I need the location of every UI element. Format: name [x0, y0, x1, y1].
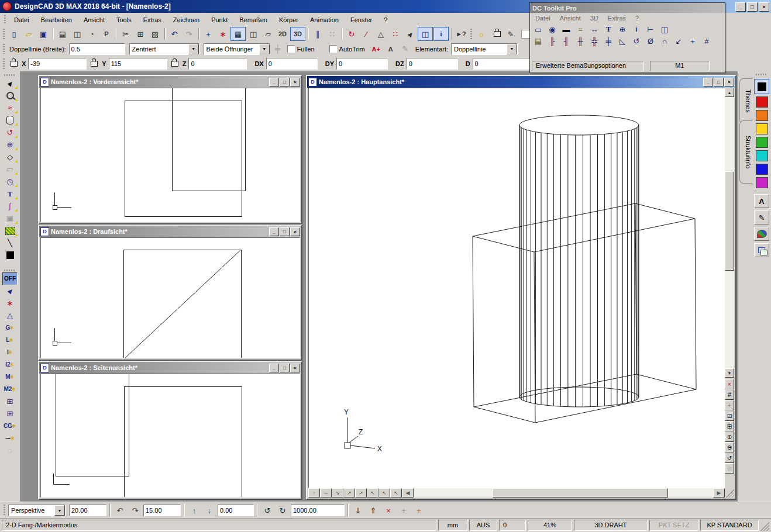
menu-datei[interactable]: Datei [9, 15, 35, 25]
camera-tilt-up-icon[interactable]: ↑ [187, 504, 201, 517]
angle-field[interactable] [143, 505, 181, 516]
tk-multidim-icon[interactable]: ╫ [574, 35, 587, 47]
minimize-button[interactable]: _ [269, 364, 279, 372]
vorderansicht-canvas[interactable] [40, 88, 300, 222]
maximize-button[interactable]: □ [280, 227, 290, 236]
tk-dim-t-icon[interactable]: ╬ [588, 35, 601, 47]
undo-icon[interactable]: ↶ [167, 27, 181, 40]
maximize-button[interactable]: □ [280, 364, 290, 372]
view-dir-se-button[interactable]: ↘ [332, 488, 343, 498]
toolkit-menu-3d[interactable]: 3D [586, 13, 603, 23]
paste-icon[interactable]: ▨ [148, 27, 162, 40]
line-snap-tool[interactable]: L∗ [2, 334, 18, 346]
tile-windows-icon[interactable]: ▦ [230, 27, 246, 41]
minimize-button[interactable]: _ [269, 227, 279, 236]
point-box2-snap-tool[interactable]: ⊞ [2, 407, 18, 420]
tab-strukturinfo[interactable]: Strukturinfo [739, 120, 752, 184]
camera-rotate-right-icon[interactable]: ↷ [128, 504, 142, 517]
seitenansicht-titlebar[interactable]: D Namenlos-2 : Seitenansicht* _ □ × [39, 362, 301, 374]
draufsicht-titlebar[interactable]: D Namenlos-2 : Draufsicht* _ □ × [39, 226, 301, 237]
minimize-button[interactable]: _ [735, 2, 746, 12]
curve-tool[interactable]: ∫ [2, 200, 18, 212]
toolbar-grip[interactable] [4, 74, 16, 76]
camera-tilt-down-icon[interactable]: ↓ [202, 504, 216, 517]
palette-button[interactable] [754, 227, 769, 241]
view-dir-nw3-button[interactable]: ↖ [390, 488, 402, 498]
grid-button[interactable]: # [725, 389, 734, 400]
zoom-previous-button[interactable]: ↺ [725, 452, 734, 463]
menu-zeichnen[interactable]: Zeichnen [168, 15, 205, 25]
rotate-tool[interactable]: ↺ [2, 126, 18, 139]
hauptansicht-canvas[interactable]: Y Z X [308, 88, 725, 488]
x-field[interactable] [28, 58, 87, 70]
dashed-line-tool[interactable]: ╲ [2, 237, 18, 249]
camera-reset-icon[interactable]: × [381, 504, 395, 517]
zoom-in-button[interactable]: ⊕ [725, 431, 734, 442]
point-box-snap-tool[interactable]: ⊞ [2, 395, 18, 407]
camera-lower-icon[interactable]: ⇓ [351, 504, 365, 517]
options-window-icon[interactable]: ◫ [418, 27, 433, 41]
resize-grip[interactable] [725, 488, 734, 498]
midpoint-snap-tool[interactable]: M∗ [2, 371, 18, 383]
font-increase-icon[interactable]: A+ [369, 43, 383, 56]
close-button[interactable]: × [724, 78, 734, 87]
fov-field[interactable] [69, 505, 106, 516]
toolkit-menu-extras[interactable]: Extras [604, 13, 630, 23]
cut-icon[interactable]: ✂ [119, 27, 133, 40]
menu-bearbeiten[interactable]: Bearbeiten [36, 15, 77, 25]
tk-crosshair-icon[interactable]: + [686, 35, 699, 47]
tk-properties-icon[interactable]: ▤ [532, 35, 545, 47]
page-zoom-icon[interactable]: ◔ [85, 27, 99, 40]
tk-arc-dim-icon[interactable]: ∩ [658, 35, 671, 47]
toolbar-grip[interactable] [470, 29, 472, 39]
zoom-close-button[interactable]: × [725, 379, 734, 389]
new-icon[interactable]: ▯ [7, 27, 21, 40]
delta-tool[interactable]: △ [2, 309, 18, 322]
move-point-icon[interactable]: + [201, 27, 215, 40]
close-button[interactable]: × [290, 364, 300, 372]
view-mode-combo[interactable]: Perspektive ▼ [8, 505, 66, 516]
camera-move-icon[interactable]: + [397, 504, 411, 517]
tk-dim-query-icon[interactable]: ⊢ [644, 23, 657, 35]
midpoint2-snap-tool[interactable]: M2∗ [2, 383, 18, 395]
print-preview-icon[interactable]: ◫ [70, 27, 84, 40]
tk-circle-dim-icon[interactable]: ↺ [630, 35, 643, 47]
parallel-icon[interactable]: ∥ [311, 27, 325, 40]
magic-wand-tool[interactable]: ∗ [2, 297, 18, 309]
view-dir-ne-button[interactable]: ↗ [343, 488, 355, 498]
layer-lock-icon[interactable] [489, 27, 503, 40]
tk-dim-t2-icon[interactable]: ╪ [602, 35, 615, 47]
font-icon[interactable]: A [384, 43, 398, 56]
menu-hilfe[interactable]: ? [378, 15, 393, 25]
dx-field[interactable] [266, 58, 318, 70]
curve-snap-tool[interactable]: ∼∗ [2, 432, 18, 444]
camera-roll-ccw-icon[interactable]: ↺ [260, 504, 274, 517]
pen-style-button[interactable]: ✎ [754, 210, 769, 224]
vertical-scroll-thumb[interactable] [725, 171, 734, 271]
layer-visibility-icon[interactable]: ☼ [474, 27, 488, 40]
grid-snap-icon[interactable]: ∷ [325, 27, 339, 40]
toolbar-grip[interactable] [3, 29, 5, 39]
z-field[interactable] [188, 58, 247, 70]
arrange-windows-icon[interactable]: ▱ [261, 27, 275, 40]
camera-rotate-left-icon[interactable]: ↶ [113, 504, 127, 517]
copy-icon[interactable]: ⊞ [133, 27, 147, 40]
fill-checkbox[interactable] [287, 45, 295, 53]
camera-roll-cw-icon[interactable]: ↻ [276, 504, 290, 517]
roll-field[interactable] [218, 505, 254, 516]
cascade-windows-icon[interactable]: ◫ [246, 27, 260, 40]
horizontal-scroll-track[interactable] [414, 488, 713, 498]
openings-combo[interactable]: Beide Öffnunger ▼ [204, 43, 270, 55]
tab-themes[interactable]: Themes [739, 78, 752, 124]
tk-leader-icon[interactable]: ↙ [672, 35, 685, 47]
zoom-tool[interactable] [2, 89, 18, 102]
autotrim-checkbox[interactable] [329, 45, 337, 53]
mode-3d-button[interactable]: 3D [290, 27, 305, 41]
chevron-down-icon[interactable]: ▼ [259, 44, 270, 54]
tk-grid-box-icon[interactable]: # [700, 35, 713, 47]
toolbar-grip[interactable] [4, 270, 16, 271]
z-lock-icon[interactable] [171, 61, 178, 67]
tk-dimension-icon[interactable]: ↔ [588, 23, 601, 35]
distance-field[interactable] [291, 505, 345, 516]
polygon-tool[interactable]: ◇ [2, 151, 18, 163]
